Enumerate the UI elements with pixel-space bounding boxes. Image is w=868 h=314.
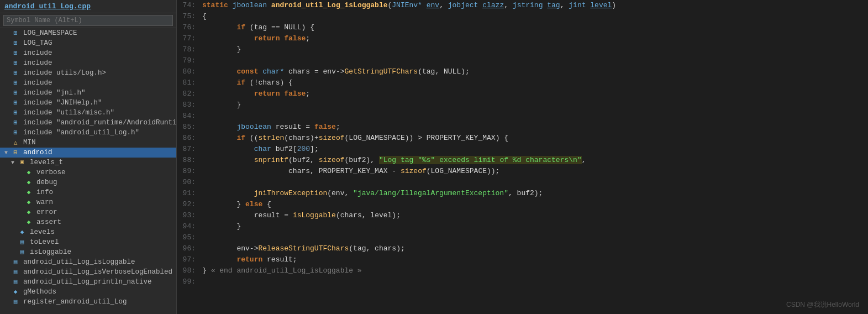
symbol-item-isLoggable[interactable]: ▤isLoggable bbox=[0, 247, 176, 257]
code-line: 95: bbox=[177, 232, 868, 243]
code-line: 77: return false; bbox=[177, 33, 868, 44]
line-number: 80: bbox=[177, 66, 200, 77]
line-content: if (!chars) { bbox=[200, 77, 295, 88]
left-panel: android_util_Log.cpp ⊞LOG_NAMESPACE ⊞LOG… bbox=[0, 0, 177, 314]
line-number: 92: bbox=[177, 199, 200, 210]
symbol-item-android_util_Log_isLoggable[interactable]: ▤android_util_Log_isLoggable bbox=[0, 257, 176, 267]
symbol-item-error[interactable]: ◆error bbox=[0, 207, 176, 217]
fn-blue-icon: ▤ bbox=[11, 297, 20, 306]
code-line: 75:{ bbox=[177, 11, 868, 22]
symbol-search-input[interactable] bbox=[3, 15, 173, 26]
code-line: 81: if (!chars) { bbox=[177, 77, 868, 88]
member-green-icon: ◆ bbox=[24, 208, 33, 217]
line-content: if ((strlen(chars)+sizeof(LOG_NAMESPACE)… bbox=[200, 133, 511, 144]
symbol-item-levels_t[interactable]: ▼▣levels_t bbox=[0, 158, 176, 168]
member-blue-icon: ◆ bbox=[11, 287, 20, 296]
code-line: 79: bbox=[177, 55, 868, 66]
code-line: 94: } bbox=[177, 221, 868, 232]
code-line: 98:} « end android_util_Log_isLoggable » bbox=[177, 265, 868, 276]
symbol-item-debug[interactable]: ◆debug bbox=[0, 177, 176, 187]
symbol-item-include_utils_Log[interactable]: ⊞include utils/Log.h> bbox=[0, 68, 176, 78]
code-line: 92: } else { bbox=[177, 199, 868, 210]
line-content: } bbox=[200, 44, 243, 55]
code-line: 86: if ((strlen(chars)+sizeof(LOG_NAMESP… bbox=[177, 133, 868, 144]
line-number: 82: bbox=[177, 88, 200, 100]
symbol-item-include_utils_misc[interactable]: ⊞include "utils/misc.h" bbox=[0, 108, 176, 118]
code-line: 80: const char* chars = env->GetStringUT… bbox=[177, 66, 868, 77]
fn-blue-icon: ▤ bbox=[18, 248, 27, 257]
symbol-item-levels[interactable]: ◆levels bbox=[0, 227, 176, 237]
symbol-item-MIN[interactable]: △MIN bbox=[0, 138, 176, 148]
line-content: } else { bbox=[200, 199, 273, 210]
symbol-label: warn bbox=[36, 198, 53, 206]
member-green-icon: ◆ bbox=[24, 178, 33, 187]
symbol-item-gMethods[interactable]: ◆gMethods bbox=[0, 287, 176, 297]
code-line: 74:static jboolean android_util_Log_isLo… bbox=[177, 0, 868, 11]
symbol-label: error bbox=[36, 208, 57, 216]
include-icon: ⊞ bbox=[11, 98, 20, 107]
symbol-item-register_android_util_Log[interactable]: ▤register_android_util_Log bbox=[0, 297, 176, 307]
line-number: 84: bbox=[177, 111, 200, 122]
line-number: 89: bbox=[177, 166, 200, 177]
line-number: 96: bbox=[177, 243, 200, 254]
line-number: 81: bbox=[177, 77, 200, 88]
line-number: 76: bbox=[177, 22, 200, 33]
hash-icon: ⊞ bbox=[11, 29, 20, 38]
code-line: 96: env->ReleaseStringUTFChars(tag, char… bbox=[177, 243, 868, 254]
symbol-item-include_utils_String8[interactable]: ⊞include bbox=[0, 78, 176, 88]
line-content: char buf2[200]; bbox=[200, 144, 321, 155]
symbol-item-include_utils_properties[interactable]: ⊞include bbox=[0, 58, 176, 68]
line-number: 87: bbox=[177, 144, 200, 155]
search-bar[interactable] bbox=[0, 13, 176, 28]
tree-expand-arrow[interactable]: ▼ bbox=[11, 160, 18, 166]
symbol-label: android_util_Log_isVerboseLogEnabled bbox=[23, 268, 172, 276]
line-content: jniThrowException(env, "java/lang/Illega… bbox=[200, 188, 545, 199]
symbol-label: include "jni.h" bbox=[23, 89, 86, 97]
symbol-label: include "JNIHelp.h" bbox=[23, 99, 102, 107]
line-content: snprintf(buf2, sizeof(buf2), "Log tag "%… bbox=[200, 155, 588, 166]
symbol-label: include bbox=[23, 79, 52, 87]
line-number: 99: bbox=[177, 276, 200, 287]
symbol-item-include_jni[interactable]: ⊞include "jni.h" bbox=[0, 88, 176, 98]
code-line: 78: } bbox=[177, 44, 868, 55]
symbol-item-info[interactable]: ◆info bbox=[0, 187, 176, 197]
symbol-item-android_util_Log_println_native[interactable]: ▤android_util_Log_println_native bbox=[0, 277, 176, 287]
symbol-label: MIN bbox=[23, 139, 36, 146]
symbol-label: include bbox=[23, 59, 52, 67]
symbol-label: info bbox=[36, 189, 53, 196]
symbol-item-include_JNIHelp[interactable]: ⊞include "JNIHelp.h" bbox=[0, 98, 176, 108]
include-icon: ⊞ bbox=[11, 78, 20, 87]
line-number: 94: bbox=[177, 221, 200, 232]
line-number: 78: bbox=[177, 44, 200, 55]
line-content: env->ReleaseStringUTFChars(tag, chars); bbox=[200, 243, 407, 254]
line-content: static jboolean android_util_Log_isLogga… bbox=[200, 0, 618, 11]
symbol-label: LOG_NAMESPACE bbox=[23, 29, 77, 37]
symbol-label: include "android_util_Log.h" bbox=[23, 129, 139, 137]
code-line: 88: snprintf(buf2, sizeof(buf2), "Log ta… bbox=[177, 155, 868, 166]
tree-expand-arrow[interactable]: ▼ bbox=[4, 150, 11, 156]
symbol-item-verbose[interactable]: ◆verbose bbox=[0, 168, 176, 177]
line-content: } « end android_util_Log_isLoggable » bbox=[200, 265, 364, 276]
symbol-item-include_assert[interactable]: ⊞include bbox=[0, 48, 176, 58]
symbol-item-LOG_TAG[interactable]: ⊞LOG_TAG bbox=[0, 38, 176, 48]
hash-icon: ⊞ bbox=[11, 39, 20, 48]
include-icon: ⊞ bbox=[11, 69, 20, 77]
symbol-item-include_android_runtime[interactable]: ⊞include "android_runtime/AndroidRuntime… bbox=[0, 118, 176, 128]
symbol-label: include bbox=[23, 49, 52, 57]
code-panel[interactable]: 74:static jboolean android_util_Log_isLo… bbox=[177, 0, 868, 314]
symbol-item-android_util_Log_isVerboseLogEnabled[interactable]: ▤android_util_Log_isVerboseLogEnabled bbox=[0, 267, 176, 277]
file-title: android_util_Log.cpp bbox=[0, 0, 176, 13]
symbol-item-toLevel[interactable]: ▤toLevel bbox=[0, 237, 176, 247]
code-line: 87: char buf2[200]; bbox=[177, 144, 868, 155]
symbol-label: register_android_util_Log bbox=[23, 298, 127, 306]
include-icon: ⊞ bbox=[11, 108, 20, 117]
line-content: if (tag == NULL) { bbox=[200, 22, 317, 33]
line-number: 93: bbox=[177, 210, 200, 221]
symbol-item-LOG_NAMESPACE[interactable]: ⊞LOG_NAMESPACE bbox=[0, 28, 176, 38]
include-icon: ⊞ bbox=[11, 88, 20, 97]
symbol-item-assert[interactable]: ◆assert bbox=[0, 217, 176, 227]
symbol-label: debug bbox=[36, 179, 57, 186]
symbol-item-android[interactable]: ▼⊟android bbox=[0, 148, 176, 158]
symbol-item-include_android_util_Log[interactable]: ⊞include "android_util_Log.h" bbox=[0, 128, 176, 138]
symbol-item-warn[interactable]: ◆warn bbox=[0, 197, 176, 207]
